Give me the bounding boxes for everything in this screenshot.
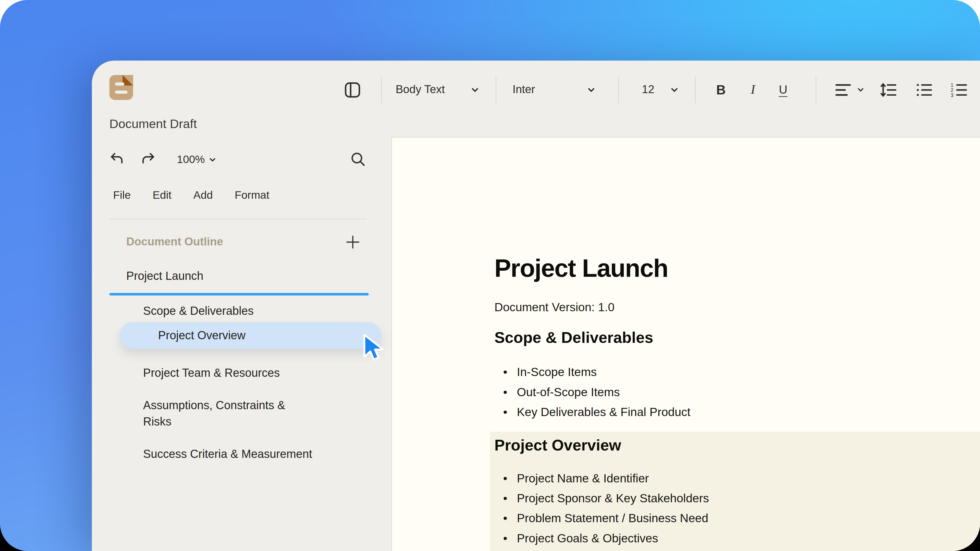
bullet-item[interactable]: Project Goals & Objectives <box>494 529 980 548</box>
paragraph-style-dropdown[interactable]: Body Text <box>396 83 479 96</box>
bold-button[interactable]: B <box>716 82 726 97</box>
outline-header: Document Outline <box>92 235 391 249</box>
section-heading[interactable]: Scope & Deliverables <box>494 328 980 348</box>
app-window: Body Text Inter 12 B I U <box>92 61 980 551</box>
outline-list: Project LaunchScope & DeliverablesProjec… <box>92 269 391 462</box>
font-size-value: 12 <box>642 83 654 96</box>
underline-button[interactable]: U <box>779 83 788 97</box>
chevron-down-icon[interactable] <box>858 87 864 92</box>
outline-item[interactable]: Project Team & Resources <box>143 365 343 381</box>
sidebar-divider <box>110 219 366 219</box>
outline-item[interactable]: Success Criteria & Measurement <box>143 446 343 462</box>
zoom-level-dropdown[interactable]: 100% <box>177 153 215 166</box>
document-outline-panel: Document Outline Project LaunchScope & D… <box>92 235 391 462</box>
doc-sections: Scope & DeliverablesIn-Scope ItemsOut-of… <box>494 328 980 551</box>
document-heading[interactable]: Project Launch <box>494 254 980 283</box>
bullet-item[interactable]: Project Name & Identifier <box>494 468 980 489</box>
section-heading[interactable]: Project Overview <box>494 435 980 455</box>
outline-item[interactable]: Scope & Deliverables <box>143 303 343 319</box>
toolbar-divider <box>496 76 496 103</box>
numbered-list-icon[interactable]: 1 2 3 <box>950 82 967 97</box>
chevron-down-icon <box>209 157 215 162</box>
text-align-icon[interactable] <box>835 83 851 97</box>
font-family-value: Inter <box>512 83 535 96</box>
chevron-down-icon <box>471 87 479 92</box>
menu-file[interactable]: File <box>113 189 130 202</box>
outline-item[interactable]: Project Launch <box>126 269 391 283</box>
menu-format[interactable]: Format <box>235 189 269 202</box>
bullet-item[interactable]: Key Deliverables & Final Product <box>494 402 980 422</box>
chevron-down-icon <box>587 87 595 92</box>
toolbar-divider <box>695 76 695 103</box>
bullet-item[interactable]: Out-of-Scope Items <box>494 383 980 402</box>
stage: Body Text Inter 12 B I U <box>0 0 980 551</box>
sidebar: Document Draft 100% <box>92 61 391 551</box>
document-section: Scope & DeliverablesIn-Scope ItemsOut-of… <box>494 328 980 422</box>
add-section-icon[interactable] <box>345 235 360 249</box>
outline-header-label: Document Outline <box>126 235 223 248</box>
svg-text:3: 3 <box>951 92 953 97</box>
font-size-dropdown[interactable]: 12 <box>642 83 678 96</box>
desktop-background: Body Text Inter 12 B I U <box>0 0 980 551</box>
outline-item[interactable]: Project Overview <box>119 322 381 349</box>
active-item-underline <box>110 293 369 295</box>
document-title-label: Document Draft <box>110 117 197 131</box>
search-icon[interactable] <box>350 151 366 168</box>
outline-item[interactable]: Assumptions, Constraints &Risks <box>143 397 343 430</box>
menu-bar: File Edit Add Format <box>110 189 269 202</box>
bullet-item[interactable]: Problem Statement / Business Need <box>494 508 980 528</box>
menu-edit[interactable]: Edit <box>153 189 172 202</box>
app-logo-icon <box>110 75 133 100</box>
redo-icon[interactable] <box>141 152 156 167</box>
bulleted-list-icon[interactable] <box>916 82 932 97</box>
menu-add[interactable]: Add <box>193 189 213 202</box>
paragraph-style-value: Body Text <box>396 83 445 96</box>
sidebar-controls: 100% <box>110 149 366 170</box>
bullet-item[interactable]: In-Scope Items <box>494 362 980 382</box>
toolbar-divider <box>816 76 816 103</box>
section-bullet-list: In-Scope ItemsOut-of-Scope ItemsKey Deli… <box>494 362 980 422</box>
italic-button[interactable]: I <box>751 82 755 97</box>
toolbar-divider <box>618 76 619 103</box>
document-section: Project OverviewProject Name & Identifie… <box>490 432 980 551</box>
undo-icon[interactable] <box>110 152 124 167</box>
mouse-cursor-icon <box>361 333 383 364</box>
section-bullet-list: Project Name & IdentifierProject Sponsor… <box>494 468 980 548</box>
document-page[interactable]: Project Launch Document Version: 1.0 Sco… <box>391 137 980 551</box>
chevron-down-icon <box>671 87 678 92</box>
zoom-level-value: 100% <box>177 153 205 166</box>
document-content: Project Launch Document Version: 1.0 Sco… <box>392 138 980 551</box>
bullet-item[interactable]: Project Sponsor & Key Stakeholders <box>494 489 980 508</box>
font-family-dropdown[interactable]: Inter <box>512 83 595 96</box>
document-version-line[interactable]: Document Version: 1.0 <box>494 300 980 315</box>
line-spacing-icon[interactable] <box>880 82 897 97</box>
